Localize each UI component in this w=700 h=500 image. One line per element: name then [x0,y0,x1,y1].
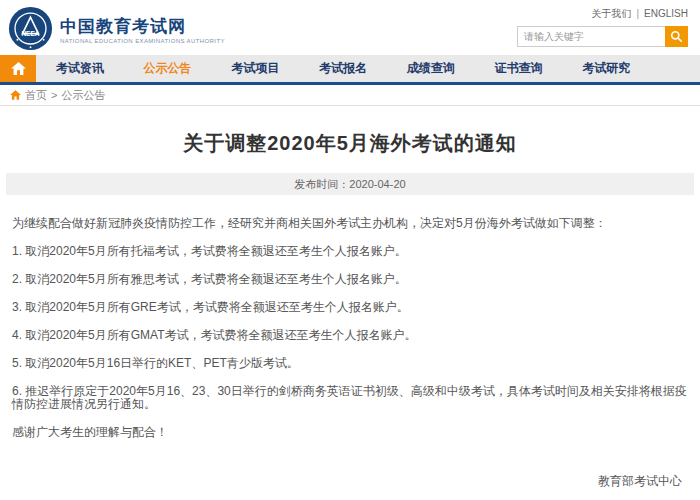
site-subtitle: NATIONAL EDUCATION EXAMINATIONS AUTHORIT… [60,38,225,44]
svg-text:NEEA: NEEA [21,30,39,37]
about-us-link[interactable]: 关于我们 [591,8,631,19]
site-brand[interactable]: NEEA 中国教育考试网 NATIONAL EDUCATION EXAMINAT… [8,6,225,51]
nav-item-exam-news[interactable]: 考试资讯 [36,55,124,82]
nav-home-button[interactable] [0,55,36,82]
breadcrumb-separator: > [51,89,57,101]
nav-item-exam-registration[interactable]: 考试报名 [299,55,387,82]
breadcrumb-current[interactable]: 公示公告 [61,88,105,103]
search-button[interactable] [665,26,688,47]
site-header: NEEA 中国教育考试网 NATIONAL EDUCATION EXAMINAT… [0,0,700,55]
magnifier-icon [670,30,683,43]
article-paragraph: 感谢广大考生的理解与配合！ [12,426,688,439]
article-paragraph: 5. 取消2020年5月16日举行的KET、PET青少版考试。 [12,357,688,370]
home-icon [11,62,26,75]
top-links: 关于我们|ENGLISH [591,7,688,21]
article-paragraph: 2. 取消2020年5月所有雅思考试，考试费将全额退还至考生个人报名账户。 [12,273,688,286]
nav-item-exam-research[interactable]: 考试研究 [562,55,650,82]
article-paragraph: 6. 推迟举行原定于2020年5月16、23、30日举行的剑桥商务英语证书初级、… [12,385,688,411]
nav-item-public-notices[interactable]: 公示公告 [124,55,212,82]
search-bar [517,26,688,47]
breadcrumb-home-icon [10,90,21,100]
search-input[interactable] [517,26,665,47]
article-body: 为继续配合做好新冠肺炎疫情防控工作，经研究并商相关国外考试主办机构，决定对5月份… [0,195,700,439]
nav-item-exam-programs[interactable]: 考试项目 [211,55,299,82]
main-nav: 考试资讯 公示公告 考试项目 考试报名 成绩查询 证书查询 考试研究 [0,55,700,85]
nav-item-certificate-query[interactable]: 证书查询 [475,55,563,82]
article-paragraph: 3. 取消2020年5月所有GRE考试，考试费将全额退还至考生个人报名账户。 [12,301,688,314]
nav-item-score-query[interactable]: 成绩查询 [387,55,475,82]
article-signature: 教育部考试中心 2020年4月20日 [0,473,700,500]
top-links-separator: | [636,8,639,19]
article-paragraph: 1. 取消2020年5月所有托福考试，考试费将全额退还至考生个人报名账户。 [12,245,688,258]
breadcrumb: 首页 > 公示公告 [0,85,700,106]
article: 关于调整2020年5月海外考试的通知 发布时间：2020-04-20 为继续配合… [0,130,700,500]
brand-text: 中国教育考试网 NATIONAL EDUCATION EXAMINATIONS … [60,13,225,44]
english-link[interactable]: ENGLISH [644,8,688,19]
publish-date-bar: 发布时间：2020-04-20 [6,173,694,195]
signature-org: 教育部考试中心 [0,473,682,490]
article-title: 关于调整2020年5月海外考试的通知 [0,130,700,157]
neea-logo-icon: NEEA [8,6,53,51]
site-title: 中国教育考试网 [60,17,225,36]
article-paragraph: 4. 取消2020年5月所有GMAT考试，考试费将全额退还至考生个人报名账户。 [12,329,688,342]
breadcrumb-home[interactable]: 首页 [25,88,47,103]
article-paragraph: 为继续配合做好新冠肺炎疫情防控工作，经研究并商相关国外考试主办机构，决定对5月份… [12,217,688,230]
